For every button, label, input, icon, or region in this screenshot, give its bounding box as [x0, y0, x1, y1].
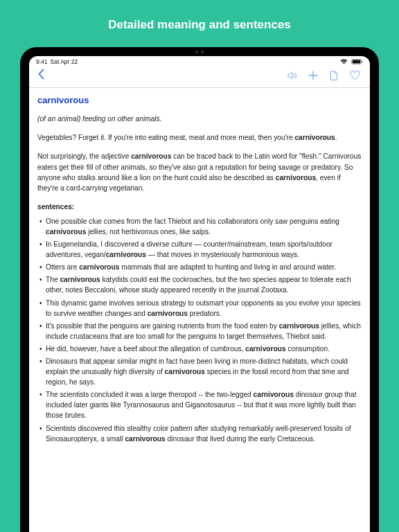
sentences-label: sentences:: [37, 202, 362, 212]
list-item: It's possible that the penguins are gain…: [37, 321, 362, 342]
list-item: He did, however, have a beef about the a…: [37, 344, 362, 354]
list-item: The carnivorous katydids could eat the c…: [37, 274, 362, 295]
list-item: Otters are carnivorous mammals that are …: [37, 262, 362, 272]
device-frame: 9:41 Sat Apr 22: [20, 47, 379, 532]
status-time: 9:41: [36, 58, 48, 65]
camera-bar: [20, 51, 379, 53]
entry-word: carnivorous: [37, 94, 362, 107]
promo-title: Detailed meaning and sentences: [0, 0, 399, 46]
speaker-icon[interactable]: [285, 70, 299, 81]
list-item: This dynamic game involves serious strat…: [37, 298, 362, 319]
svg-rect-2: [362, 61, 362, 63]
entry-definition: (of an animal) feeding on other animals.: [37, 114, 362, 124]
status-icons: [340, 59, 363, 64]
heart-icon[interactable]: [348, 70, 362, 81]
entry-para-1: Vegetables? Forget it. If you're into ea…: [37, 132, 362, 143]
list-item: In Eugenelandia, I discovered a diverse …: [37, 239, 362, 260]
battery-icon: [351, 59, 363, 64]
nav-bar: [29, 66, 370, 88]
list-item: Dinosaurs that appear similar might in f…: [37, 356, 362, 387]
list-item: Scientists discovered this stealthy colo…: [37, 423, 362, 444]
content: carnivorous (of an animal) feeding on ot…: [29, 88, 370, 454]
list-item: One possible clue comes from the fact Th…: [37, 216, 362, 237]
entry-para-2: Not surprisingly, the adjective carnivor…: [37, 151, 362, 193]
sentences-list: One possible clue comes from the fact Th…: [37, 216, 362, 444]
back-button[interactable]: [37, 69, 45, 82]
document-icon[interactable]: [327, 70, 341, 81]
svg-rect-1: [353, 60, 361, 64]
status-bar: 9:41 Sat Apr 22: [29, 56, 370, 66]
list-item: The scientists concluded it was a large …: [37, 389, 362, 420]
plus-icon[interactable]: [306, 70, 320, 81]
screen: 9:41 Sat Apr 22: [29, 56, 370, 532]
wifi-icon: [340, 59, 348, 64]
status-date: Sat Apr 22: [51, 58, 78, 65]
